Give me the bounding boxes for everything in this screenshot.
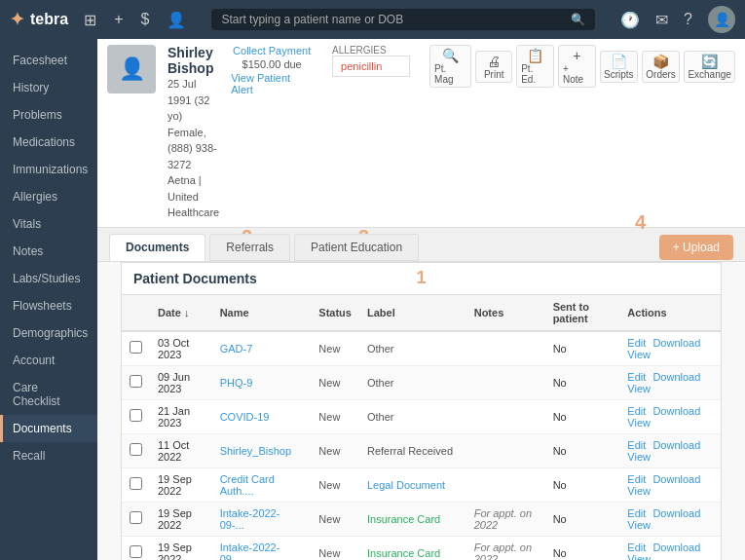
- row-checkbox-cell[interactable]: [122, 399, 150, 433]
- row-name[interactable]: COVID-19: [212, 399, 312, 433]
- search-bar[interactable]: Start typing a patient name or DOB 🔍: [211, 9, 595, 30]
- row-name[interactable]: Shirley_Bishop: [212, 433, 312, 467]
- row-actions[interactable]: Edit Download View: [619, 331, 721, 366]
- history-icon[interactable]: 🕐: [620, 11, 640, 29]
- download-link[interactable]: Download: [652, 473, 700, 485]
- sidebar-item-demographics[interactable]: Demographics: [0, 319, 97, 347]
- collect-payment-link[interactable]: Collect Payment: [233, 45, 311, 56]
- row-actions[interactable]: Edit Download View: [619, 502, 721, 536]
- tab-patient-education[interactable]: Patient Education: [294, 234, 419, 261]
- edit-link[interactable]: Edit: [627, 337, 646, 349]
- row-checkbox[interactable]: [130, 545, 142, 558]
- sidebar-item-facesheet[interactable]: Facesheet: [0, 47, 97, 74]
- exchange-icon: 🔄: [701, 54, 718, 69]
- download-link[interactable]: Download: [652, 337, 700, 349]
- print-label: Print: [484, 69, 504, 80]
- row-actions[interactable]: Edit Download View: [619, 433, 721, 467]
- tab-referrals[interactable]: Referrals: [209, 234, 290, 261]
- edit-link[interactable]: Edit: [627, 507, 646, 519]
- tab-documents[interactable]: Documents: [109, 234, 205, 261]
- sidebar-item-recall[interactable]: Recall: [0, 442, 97, 469]
- row-name[interactable]: Credit Card Auth....: [212, 467, 312, 502]
- toolbar-orders[interactable]: 📦 Orders: [642, 51, 680, 83]
- documents-title: Patient Documents 1: [122, 263, 721, 295]
- view-link[interactable]: View: [627, 451, 651, 463]
- edit-link[interactable]: Edit: [627, 405, 646, 417]
- view-link[interactable]: View: [627, 383, 651, 394]
- toolbar-pt-mag[interactable]: 🔍 Pt. Mag: [429, 45, 471, 88]
- table-row: 19 Sep 2022 Intake-2022-09-... New Insur…: [122, 502, 721, 536]
- col-actions: Actions: [619, 295, 721, 331]
- row-checkbox-cell[interactable]: [122, 331, 150, 366]
- row-name[interactable]: Intake-2022-09-...: [212, 502, 312, 536]
- row-checkbox-cell[interactable]: [122, 502, 150, 536]
- row-actions[interactable]: Edit Download View: [619, 467, 721, 502]
- row-label: Other: [359, 365, 466, 399]
- scripts-icon: 📄: [611, 54, 627, 69]
- sidebar-item-account[interactable]: Account: [0, 347, 97, 374]
- billing-icon[interactable]: $: [140, 11, 149, 28]
- edit-link[interactable]: Edit: [627, 439, 646, 451]
- sidebar-item-documents[interactable]: Documents: [0, 415, 97, 442]
- row-checkbox-cell[interactable]: [122, 365, 150, 399]
- row-checkbox[interactable]: [130, 409, 142, 422]
- row-checkbox[interactable]: [130, 511, 142, 524]
- view-link[interactable]: View: [627, 349, 651, 360]
- view-link[interactable]: View: [627, 485, 651, 497]
- person-icon[interactable]: 👤: [167, 11, 186, 29]
- table-row: 03 Oct 2023 GAD-7 New Other No Edit Down…: [122, 331, 721, 366]
- toolbar-scripts[interactable]: 📄 Scripts: [600, 51, 638, 83]
- download-link[interactable]: Download: [652, 405, 700, 417]
- sidebar-item-allergies[interactable]: Allergies: [0, 183, 97, 210]
- row-checkbox[interactable]: [130, 443, 142, 456]
- edit-link[interactable]: Edit: [627, 541, 646, 553]
- download-link[interactable]: Download: [652, 439, 700, 451]
- download-link[interactable]: Download: [652, 371, 700, 383]
- mag-icon: 🔍: [442, 48, 459, 63]
- sidebar-item-notes[interactable]: Notes: [0, 238, 97, 265]
- row-checkbox[interactable]: [130, 477, 142, 490]
- row-actions[interactable]: Edit Download View: [619, 536, 721, 560]
- sidebar-item-immunizations[interactable]: Immunizations: [0, 156, 97, 183]
- row-name[interactable]: Intake-2022-09-...: [212, 536, 312, 560]
- col-date[interactable]: Date ↓: [150, 295, 212, 331]
- mail-icon[interactable]: ✉: [655, 11, 668, 29]
- avatar[interactable]: 👤: [708, 6, 735, 33]
- sidebar-item-labs[interactable]: Labs/Studies: [0, 265, 97, 292]
- view-alert-link[interactable]: View Patient Alert: [231, 72, 313, 95]
- toolbar-note[interactable]: + + Note: [558, 45, 596, 88]
- patient-header: 👤 Shirley Bishop 25 Jul 1991 (32 yo) Fem…: [97, 39, 745, 228]
- top-nav: ✦ tebra ⊞ + $ 👤 Start typing a patient n…: [0, 0, 745, 39]
- sidebar-item-carechecklist[interactable]: Care Checklist: [0, 374, 97, 415]
- toolbar-exchange[interactable]: 🔄 Exchange: [684, 51, 735, 83]
- row-name[interactable]: GAD-7: [212, 331, 312, 366]
- sidebar-item-vitals[interactable]: Vitals: [0, 210, 97, 238]
- row-checkbox-cell[interactable]: [122, 433, 150, 467]
- sidebar: Facesheet History Problems Medications I…: [0, 39, 97, 560]
- row-actions[interactable]: Edit Download View: [619, 399, 721, 433]
- row-checkbox-cell[interactable]: [122, 467, 150, 502]
- sidebar-item-problems[interactable]: Problems: [0, 101, 97, 129]
- sidebar-item-flowsheets[interactable]: Flowsheets: [0, 292, 97, 319]
- download-link[interactable]: Download: [652, 541, 700, 553]
- view-link[interactable]: View: [627, 417, 651, 429]
- row-checkbox[interactable]: [130, 375, 142, 388]
- row-checkbox-cell[interactable]: [122, 536, 150, 560]
- sidebar-item-history[interactable]: History: [0, 74, 97, 101]
- edit-link[interactable]: Edit: [627, 473, 646, 485]
- toolbar-pt-ed[interactable]: 📋 Pt. Ed.: [516, 45, 554, 88]
- edit-link[interactable]: Edit: [627, 371, 646, 383]
- add-icon[interactable]: +: [114, 11, 123, 28]
- toolbar-print[interactable]: 🖨 Print: [475, 51, 512, 83]
- upload-button[interactable]: + Upload: [659, 235, 733, 260]
- grid-icon[interactable]: ⊞: [84, 11, 96, 29]
- row-status: New: [311, 365, 359, 399]
- help-icon[interactable]: ?: [684, 11, 692, 28]
- sidebar-item-medications[interactable]: Medications: [0, 129, 97, 156]
- row-checkbox[interactable]: [130, 341, 142, 354]
- row-name[interactable]: PHQ-9: [212, 365, 312, 399]
- row-actions[interactable]: Edit Download View: [619, 365, 721, 399]
- view-link[interactable]: View: [627, 553, 651, 561]
- view-link[interactable]: View: [627, 519, 651, 531]
- download-link[interactable]: Download: [652, 507, 700, 519]
